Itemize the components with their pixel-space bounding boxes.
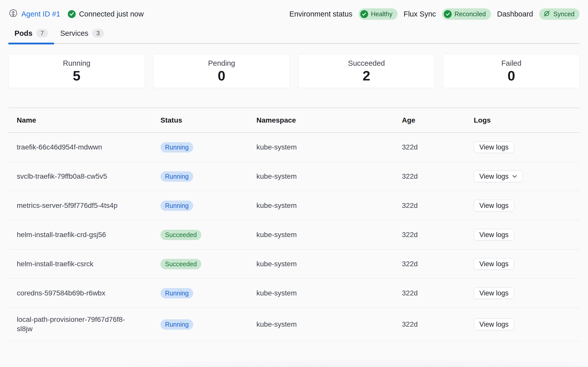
- agent-link-label[interactable]: Agent ID #1: [21, 10, 60, 18]
- status-badge: Running: [160, 142, 193, 153]
- environment-status-label: Environment status: [289, 10, 352, 18]
- pod-name: metrics-server-5f9f776df5-4ts4p: [8, 201, 135, 210]
- environment-status-badge: Healthy: [358, 8, 398, 20]
- tab-services[interactable]: Services 3: [54, 29, 110, 43]
- pod-namespace: kube-system: [256, 260, 402, 268]
- view-logs-button[interactable]: View logs: [474, 229, 514, 241]
- pod-age: 322d: [402, 231, 472, 239]
- pod-stats-row: Running 5 Pending 0 Succeeded 2 Failed 0: [8, 54, 580, 88]
- tab-bar: Pods 7 Services 3: [8, 29, 580, 44]
- column-header-namespace: Namespace: [256, 116, 402, 124]
- connected-check-icon: [68, 10, 76, 18]
- agent-link[interactable]: Agent ID #1: [8, 9, 60, 19]
- stat-value: 0: [508, 68, 515, 83]
- pod-age: 322d: [402, 172, 472, 180]
- pod-name: traefik-66c46d954f-mdwwn: [8, 143, 135, 152]
- stat-label: Failed: [501, 59, 521, 68]
- pod-age: 322d: [402, 320, 472, 328]
- column-header-age: Age: [402, 116, 472, 124]
- pods-table: Name Status Namespace Age Logs traefik-6…: [8, 108, 580, 341]
- tab-services-label: Services: [60, 29, 88, 38]
- view-logs-button[interactable]: View logs: [474, 200, 514, 211]
- chevron-down-icon: [512, 175, 517, 178]
- check-circle-icon: [444, 10, 452, 18]
- pod-age: 322d: [402, 202, 472, 210]
- table-header-row: Name Status Namespace Age Logs: [8, 108, 580, 133]
- status-badge: Running: [160, 319, 193, 330]
- stat-card-failed: Failed 0: [443, 54, 580, 88]
- table-row: helm-install-traefik-csrck Succeeded kub…: [8, 249, 580, 279]
- connected-text: Connected just now: [79, 10, 144, 18]
- topbar: Agent ID #1 Connected just now Environme…: [8, 8, 580, 20]
- stat-label: Succeeded: [348, 59, 385, 68]
- table-row: svclb-traefik-79ffb0a8-cw5v5 Running kub…: [8, 162, 580, 191]
- pod-namespace: kube-system: [256, 231, 402, 239]
- table-row: traefik-66c46d954f-mdwwn Running kube-sy…: [8, 133, 580, 162]
- stat-label: Pending: [208, 59, 235, 68]
- check-circle-icon: [360, 10, 368, 18]
- tab-pods-label: Pods: [14, 29, 32, 38]
- dashboard-label: Dashboard: [497, 10, 533, 18]
- status-badge: Running: [160, 171, 193, 182]
- pod-name: local-path-provisioner-79f67d76f8-sl8jw: [8, 315, 135, 334]
- stat-card-succeeded: Succeeded 2: [298, 54, 435, 88]
- flux-sync-label: Flux Sync: [404, 10, 436, 18]
- stat-value: 0: [218, 68, 225, 83]
- table-row: local-path-provisioner-79f67d76f8-sl8jw …: [8, 308, 580, 341]
- flux-sync-icon: [543, 10, 551, 19]
- table-row: coredns-597584b69b-r6wbx Running kube-sy…: [8, 279, 580, 308]
- column-header-logs: Logs: [472, 116, 580, 124]
- table-row: helm-install-traefik-crd-gsj56 Succeeded…: [8, 220, 580, 249]
- view-logs-button[interactable]: View logs: [474, 258, 514, 270]
- status-badge: Running: [160, 288, 193, 298]
- pod-namespace: kube-system: [256, 320, 402, 328]
- stat-value: 2: [363, 68, 370, 83]
- pod-age: 322d: [402, 260, 472, 268]
- table-row: metrics-server-5f9f776df5-4ts4p Running …: [8, 191, 580, 220]
- pod-namespace: kube-system: [256, 202, 402, 210]
- connection-status: Connected just now: [68, 10, 144, 18]
- tab-services-count-badge: 3: [92, 29, 104, 38]
- view-logs-button[interactable]: View logs: [474, 287, 514, 299]
- stat-value: 5: [73, 68, 80, 83]
- status-badge: Succeeded: [160, 259, 201, 269]
- stat-label: Running: [63, 59, 90, 68]
- below-fold-panel-shadow: [119, 354, 588, 367]
- view-logs-button[interactable]: View logs: [474, 141, 514, 153]
- tab-pods[interactable]: Pods 7: [8, 29, 54, 43]
- view-logs-dropdown-button[interactable]: View logs: [474, 171, 523, 182]
- status-badge: Succeeded: [160, 230, 201, 240]
- view-logs-button[interactable]: View logs: [474, 319, 514, 330]
- pod-name: coredns-597584b69b-r6wbx: [8, 289, 135, 298]
- agent-heptagon-arrows-icon: [8, 9, 18, 19]
- tab-pods-count-badge: 7: [36, 29, 48, 38]
- pod-age: 322d: [402, 289, 472, 297]
- stat-card-pending: Pending 0: [153, 54, 290, 88]
- pod-namespace: kube-system: [256, 172, 402, 180]
- column-header-name: Name: [8, 116, 160, 124]
- flux-sync-badge: Reconciled: [442, 8, 491, 20]
- pod-age: 322d: [402, 143, 472, 151]
- pod-namespace: kube-system: [256, 289, 402, 297]
- pod-namespace: kube-system: [256, 143, 402, 151]
- column-header-status: Status: [160, 116, 256, 124]
- pod-name: svclb-traefik-79ffb0a8-cw5v5: [8, 172, 135, 181]
- status-badge: Running: [160, 201, 193, 211]
- pod-name: helm-install-traefik-crd-gsj56: [8, 230, 135, 240]
- dashboard-sync-badge: Synced: [539, 8, 580, 20]
- stat-card-running: Running 5: [8, 54, 145, 88]
- pod-name: helm-install-traefik-csrck: [8, 259, 135, 269]
